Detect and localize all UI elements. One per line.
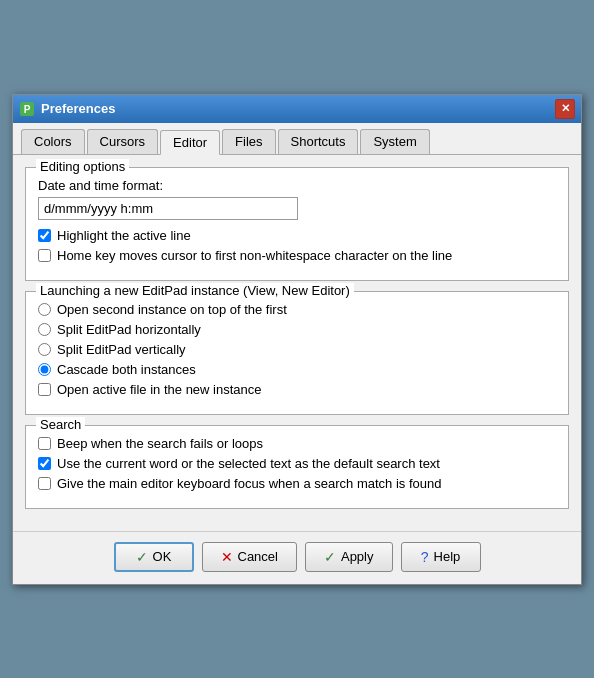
radio-split-v: Split EditPad vertically <box>38 342 556 357</box>
highlight-active-line-label: Highlight the active line <box>57 228 191 243</box>
keyboard-focus-checkbox[interactable] <box>38 477 51 490</box>
radio-cascade: Cascade both instances <box>38 362 556 377</box>
radio-open-second-input[interactable] <box>38 303 51 316</box>
tab-shortcuts[interactable]: Shortcuts <box>278 129 359 154</box>
keyboard-focus-label: Give the main editor keyboard focus when… <box>57 476 441 491</box>
apply-icon: ✓ <box>324 549 336 565</box>
open-active-file-label: Open active file in the new instance <box>57 382 262 397</box>
beep-label: Beep when the search fails or loops <box>57 436 263 451</box>
current-word-row: Use the current word or the selected tex… <box>38 456 556 471</box>
highlight-active-line-checkbox[interactable] <box>38 229 51 242</box>
home-key-checkbox[interactable] <box>38 249 51 262</box>
keyboard-focus-row: Give the main editor keyboard focus when… <box>38 476 556 491</box>
home-key-label: Home key moves cursor to first non-white… <box>57 248 452 263</box>
radio-split-h-input[interactable] <box>38 323 51 336</box>
launching-section: Launching a new EditPad instance (View, … <box>25 291 569 415</box>
help-label: Help <box>434 549 461 564</box>
open-active-file-checkbox[interactable] <box>38 383 51 396</box>
current-word-checkbox[interactable] <box>38 457 51 470</box>
radio-open-second: Open second instance on top of the first <box>38 302 556 317</box>
ok-label: OK <box>153 549 172 564</box>
home-key-row: Home key moves cursor to first non-white… <box>38 248 556 263</box>
radio-split-h-label: Split EditPad horizontally <box>57 322 201 337</box>
apply-button[interactable]: ✓ Apply <box>305 542 393 572</box>
radio-cascade-label: Cascade both instances <box>57 362 196 377</box>
tab-system[interactable]: System <box>360 129 429 154</box>
help-button[interactable]: ? Help <box>401 542 481 572</box>
title-bar: P Preferences ✕ <box>13 95 581 123</box>
bottom-bar: ✓ OK ✕ Cancel ✓ Apply ? Help <box>13 531 581 584</box>
preferences-window: P Preferences ✕ Colors Cursors Editor Fi… <box>12 94 582 585</box>
editing-options-section: Editing options Date and time format: Hi… <box>25 167 569 281</box>
date-format-input[interactable] <box>38 197 298 220</box>
radio-split-h: Split EditPad horizontally <box>38 322 556 337</box>
radio-open-second-label: Open second instance on top of the first <box>57 302 287 317</box>
tab-colors[interactable]: Colors <box>21 129 85 154</box>
title-bar-left: P Preferences <box>19 101 115 117</box>
ok-button[interactable]: ✓ OK <box>114 542 194 572</box>
search-title: Search <box>36 417 85 432</box>
tab-cursors[interactable]: Cursors <box>87 129 159 154</box>
close-button[interactable]: ✕ <box>555 99 575 119</box>
main-content: Editing options Date and time format: Hi… <box>13 155 581 531</box>
cancel-button[interactable]: ✕ Cancel <box>202 542 297 572</box>
svg-text:P: P <box>24 104 31 115</box>
beep-row: Beep when the search fails or loops <box>38 436 556 451</box>
help-icon: ? <box>421 549 429 565</box>
radio-split-v-label: Split EditPad vertically <box>57 342 186 357</box>
tab-editor[interactable]: Editor <box>160 130 220 155</box>
current-word-label: Use the current word or the selected tex… <box>57 456 440 471</box>
open-active-file-row: Open active file in the new instance <box>38 382 556 397</box>
editing-options-title: Editing options <box>36 159 129 174</box>
cancel-icon: ✕ <box>221 549 233 565</box>
cancel-label: Cancel <box>238 549 278 564</box>
radio-split-v-input[interactable] <box>38 343 51 356</box>
date-format-label: Date and time format: <box>38 178 556 193</box>
highlight-active-line-row: Highlight the active line <box>38 228 556 243</box>
apply-label: Apply <box>341 549 374 564</box>
radio-cascade-input[interactable] <box>38 363 51 376</box>
window-title: Preferences <box>41 101 115 116</box>
search-section: Search Beep when the search fails or loo… <box>25 425 569 509</box>
launching-title: Launching a new EditPad instance (View, … <box>36 283 354 298</box>
app-icon: P <box>19 101 35 117</box>
tabs-bar: Colors Cursors Editor Files Shortcuts Sy… <box>13 123 581 155</box>
beep-checkbox[interactable] <box>38 437 51 450</box>
tab-files[interactable]: Files <box>222 129 275 154</box>
ok-icon: ✓ <box>136 549 148 565</box>
